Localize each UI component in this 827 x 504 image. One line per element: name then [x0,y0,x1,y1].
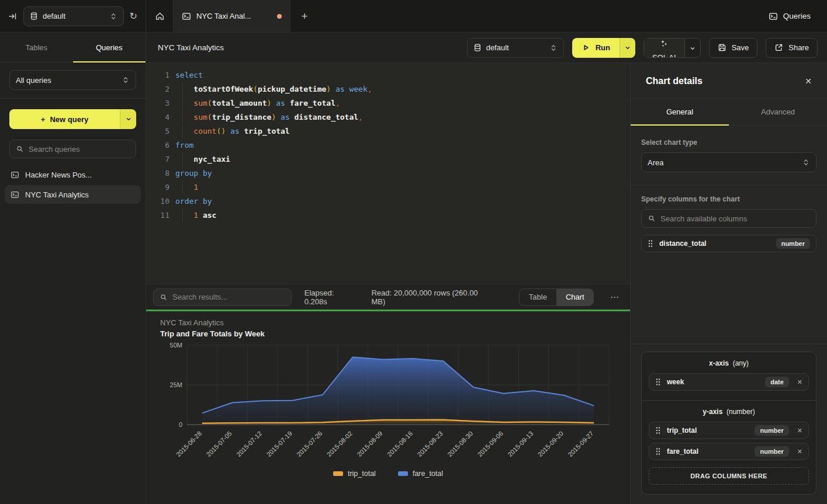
search-results-field[interactable] [153,289,292,306]
toolbar-database-select[interactable]: default [467,38,564,58]
panel-title: Chart details [646,76,703,86]
drag-handle-icon[interactable] [655,426,661,435]
drag-handle-icon[interactable] [648,239,653,248]
chart-subtitle: Trip and Fare Totals by Week [160,329,616,338]
rows-read: Read: 20,000,000 rows (260.00 MB) [371,289,493,306]
terminal-icon [11,171,19,179]
tab-general[interactable]: General [631,99,729,125]
view-toggle-chart[interactable]: Chart [556,289,594,305]
sidebar-tabs: Tables Queries [0,33,146,62]
search-icon [648,214,656,223]
remove-column-icon[interactable]: ✕ [797,448,802,456]
share-icon [774,43,783,52]
save-button-label: Save [732,43,749,52]
legend-item-trip-total[interactable]: trip_total [333,470,376,478]
drag-handle-icon[interactable] [655,447,661,456]
queries-button[interactable]: Queries [752,0,827,32]
x-axis-column-week[interactable]: week date ✕ [649,373,809,391]
area-chart[interactable]: 025M50M2015-06-282015-07-052015-07-12201… [160,342,616,467]
search-queries-field[interactable] [9,140,136,158]
panel-tabs: General Advanced [631,99,827,126]
run-options-caret[interactable] [620,38,635,58]
refresh-icon[interactable]: ↻ [130,11,137,22]
collapse-sidebar-icon[interactable] [8,12,18,21]
results-toolbar: Elapsed: 0.208s Read: 20,000,000 rows (2… [146,284,630,310]
svg-text:2015-08-02: 2015-08-02 [326,430,354,458]
run-button[interactable]: Run [572,38,620,58]
database-icon [30,12,38,20]
available-column-distance-total[interactable]: distance_total number [641,235,816,252]
query-title: NYC Taxi Analytics [158,43,224,52]
query-item-label: NYC Taxi Analytics [25,190,89,199]
run-button-label: Run [596,43,610,52]
query-list-item[interactable]: Hacker News Pos... [5,165,141,184]
column-name: week [667,378,684,386]
app-window: default ↻ NYC Taxi Anal... + Queries NYC [0,0,827,504]
search-icon [160,293,168,301]
y-axis-section: y-axis (number) trip_total number ✕ [642,400,816,494]
column-type-badge: number [776,238,810,249]
database-select-value: default [43,12,65,20]
sidebar-tab-queries[interactable]: Queries [73,33,146,62]
chart-panel: NYC Taxi Analytics Trip and Fare Totals … [146,311,630,504]
chevron-updown-icon [802,158,810,166]
y-axis-column-trip-total[interactable]: trip_total number ✕ [649,422,809,439]
query-toolbar: NYC Taxi Analytics default Run [146,33,827,63]
drop-zone[interactable]: DRAG COLUMNS HERE [649,467,809,485]
chevron-updown-icon [122,76,130,84]
remove-column-icon[interactable]: ✕ [797,378,802,386]
chart-details-panel: Chart details ✕ General Advanced Select … [630,63,827,504]
svg-text:2015-07-05: 2015-07-05 [205,430,233,458]
legend-item-fare-total[interactable]: fare_total [398,470,443,478]
search-columns-input[interactable] [660,214,810,223]
database-icon [473,43,482,52]
sidebar-tab-tables[interactable]: Tables [0,33,73,62]
sql-ai-label: SQL AI [652,53,676,58]
sql-ai-button-group: SQL AI [643,38,701,58]
chevron-updown-icon [109,12,117,20]
sparkles-icon [659,39,669,48]
tab-nyc-taxi-analytics[interactable]: NYC Taxi Anal... [174,0,290,32]
new-query-caret[interactable] [120,109,136,129]
queries-button-label: Queries [783,12,811,20]
elapsed-time: Elapsed: 0.208s [304,289,359,306]
save-button[interactable]: Save [709,38,758,58]
play-icon [582,43,590,52]
chart-type-select[interactable]: Area [641,152,816,172]
search-columns-field[interactable] [641,209,816,228]
svg-text:2015-07-12: 2015-07-12 [235,430,263,458]
share-button[interactable]: Share [766,38,818,58]
database-select[interactable]: default [23,6,124,26]
new-query-button-group: + New query [9,109,136,129]
y-axis-heading: y-axis (number) [649,408,809,416]
tab-advanced[interactable]: Advanced [729,99,827,125]
svg-text:2015-06-28: 2015-06-28 [175,430,203,458]
svg-text:50M: 50M [170,342,182,349]
drag-handle-icon[interactable] [655,378,661,386]
view-toggle-table[interactable]: Table [520,289,556,305]
chart-type-label: Select chart type [641,138,816,147]
sidebar: Tables Queries All queries + New query [0,33,146,504]
sql-ai-caret[interactable] [684,39,700,58]
query-list-item-selected[interactable]: NYC Taxi Analytics [5,185,141,204]
sql-ai-button[interactable]: SQL AI [644,39,684,58]
svg-text:2015-08-16: 2015-08-16 [386,430,414,458]
more-options-icon[interactable]: ⋯ [607,292,623,303]
sql-editor[interactable]: 1234567891011 select toStartOfWeek(picku… [146,63,630,284]
legend-swatch [333,471,343,476]
tab-bar: NYC Taxi Anal... + Queries [146,0,827,33]
svg-text:2015-08-23: 2015-08-23 [416,430,444,458]
remove-column-icon[interactable]: ✕ [797,427,802,435]
topbar-left: default ↻ [0,0,146,33]
y-axis-column-fare-total[interactable]: fare_total number ✕ [649,443,809,460]
new-tab-button[interactable]: + [290,0,319,32]
x-axis-heading: x-axis (any) [649,359,809,367]
search-results-input[interactable] [172,293,285,301]
svg-text:25M: 25M [170,381,182,388]
close-icon[interactable]: ✕ [805,77,812,86]
home-tab[interactable] [146,0,174,32]
search-queries-input[interactable] [29,145,130,154]
queries-filter-select[interactable]: All queries [9,70,136,90]
new-query-button[interactable]: + New query [9,109,120,129]
search-icon [16,145,24,153]
